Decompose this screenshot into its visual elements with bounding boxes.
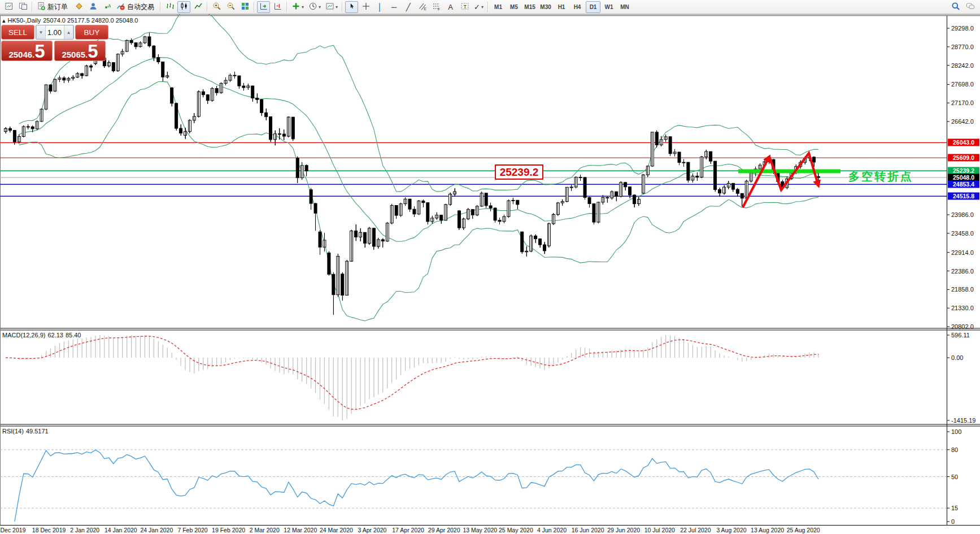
volume-increase-button[interactable]: ▲ (64, 25, 73, 39)
tf-button-m15[interactable]: M15 (522, 1, 537, 13)
zoom-out-button[interactable] (224, 1, 237, 13)
collapse-icon[interactable]: ▴ (2, 17, 6, 24)
date-label: 4 Jun 2020 (537, 527, 567, 533)
vertical-line-button[interactable]: │ (373, 1, 386, 13)
indicators-icon (291, 2, 300, 12)
buy-price[interactable]: 25065.5 (54, 41, 106, 61)
sell-price-main: 25046. (8, 50, 34, 59)
tf-button-h1[interactable]: H1 (554, 1, 569, 13)
date-label: 29 Jun 2020 (607, 527, 640, 533)
date-label: 18 Dec 2019 (32, 527, 66, 533)
metaeditor-icon (75, 2, 84, 12)
trendline-button[interactable]: ╱ (402, 1, 415, 13)
autotrading-icon (116, 2, 125, 12)
cursor-button[interactable] (345, 1, 358, 13)
chart-canvas[interactable] (0, 0, 980, 534)
price-badge: 26043.0 (948, 139, 979, 146)
volume-stepper: ▼ 1.00 ▲ (36, 25, 74, 40)
date-label: 3 Aug 2020 (716, 527, 746, 533)
rsi-axis-label: 50 (951, 474, 958, 480)
price-badge: 24515.8 (948, 193, 979, 200)
chart-shift-button[interactable] (271, 1, 284, 13)
templates-button[interactable]: ▾ (324, 1, 339, 13)
date-label: 22 Jul 2020 (680, 527, 711, 533)
signals-icon (103, 2, 112, 12)
autotrading-button[interactable]: 自动交易 (115, 1, 158, 13)
price-annotation-label[interactable]: 25239.2 (495, 164, 543, 180)
arrows-dropdown-icon[interactable]: ▾ (481, 5, 484, 10)
tf-button-m30[interactable]: M30 (538, 1, 553, 13)
arrows-icon: ✓ (474, 3, 480, 11)
cursor-icon (349, 2, 355, 12)
indicators-dropdown-icon[interactable]: ▾ (302, 5, 304, 10)
sell-price-pip: 5 (34, 44, 45, 59)
chart-candles-button[interactable] (177, 1, 190, 13)
horizontal-line-icon: ─ (391, 3, 397, 11)
date-label: 2 Jan 2020 (70, 527, 99, 533)
horizontal-line-button[interactable]: ─ (387, 1, 400, 13)
price-axis-label: 22386.0 (951, 268, 974, 275)
chat-button[interactable] (964, 1, 977, 13)
sell-price[interactable]: 25046.5 (1, 41, 53, 61)
sell-button[interactable]: SELL (1, 25, 34, 40)
tf-button-mn[interactable]: MN (617, 1, 632, 13)
tile-windows-button[interactable] (238, 1, 251, 13)
date-label: 2 Mar 2020 (250, 527, 280, 533)
chart-candles-icon (180, 2, 189, 12)
text-label-icon: T (460, 2, 469, 12)
new-chart-button[interactable] (2, 1, 15, 13)
tf-button-m5[interactable]: M5 (507, 1, 521, 13)
vertical-line-icon: │ (377, 3, 382, 11)
volume-decrease-button[interactable]: ▼ (36, 25, 46, 39)
search-button[interactable] (949, 1, 962, 13)
tf-button-d1[interactable]: D1 (586, 1, 600, 13)
chat-icon (965, 2, 975, 12)
zoom-out-icon (227, 2, 236, 12)
toolbar: 新订单自动交易▾▾▾│─╱EFAT✓▾M1M5M15M30H1H4D1W1MN (0, 0, 980, 14)
community-button[interactable] (86, 1, 99, 13)
macd-axis-label: 0.00 (951, 354, 963, 361)
mt4-window: 新订单自动交易▾▾▾│─╱EFAT✓▾M1M5M15M30H1H4D1W1MN … (0, 0, 980, 534)
metaeditor-button[interactable] (72, 1, 85, 13)
auto-scroll-icon (259, 2, 268, 12)
periods-dropdown-icon[interactable]: ▾ (319, 5, 321, 10)
signals-button[interactable] (101, 1, 114, 13)
candles (5, 33, 820, 315)
fibonacci-button[interactable]: F (430, 1, 443, 13)
text-button[interactable]: A (444, 1, 457, 13)
buy-button[interactable]: BUY (75, 25, 108, 40)
auto-scroll-button[interactable] (257, 1, 270, 13)
volume-input[interactable]: 1.00 (46, 25, 64, 39)
support-zone-bar[interactable] (738, 170, 840, 173)
toolbar-separator (207, 2, 208, 12)
date-label: 19 Feb 2020 (212, 527, 245, 533)
chart-bars-button[interactable] (163, 1, 176, 13)
new-order-button[interactable]: 新订单 (35, 1, 71, 13)
note-text-annotation[interactable]: 多空转折点 (848, 169, 913, 184)
price-axis-label: 28770.0 (951, 44, 974, 50)
profiles-button[interactable] (16, 1, 29, 13)
rsi-axis-label: 15 (951, 505, 958, 511)
crosshair-button[interactable] (359, 1, 372, 13)
crosshair-icon (361, 2, 371, 12)
zoom-in-button[interactable] (210, 1, 223, 13)
tf-button-h4[interactable]: H4 (570, 1, 585, 13)
price-axis-label: 20802.0 (951, 323, 974, 330)
tf-button-m1[interactable]: M1 (491, 1, 506, 13)
price-badge: 25048.0 (948, 174, 979, 181)
templates-dropdown-icon[interactable]: ▾ (336, 5, 338, 10)
periods-button[interactable]: ▾ (307, 1, 323, 13)
ohlc-values: 25074.0 25177.5 24820.0 25048.0 (43, 17, 138, 24)
price-badge: 24853.4 (948, 181, 979, 188)
date-label: Dec 2019 (1, 527, 26, 533)
date-label: 25 Aug 2020 (787, 527, 820, 533)
equidistant-channel-icon: E (418, 2, 427, 12)
indicators-button[interactable]: ▾ (290, 1, 306, 13)
text-label-button[interactable]: T (458, 1, 471, 13)
equidistant-channel-button[interactable]: E (416, 1, 429, 13)
tf-button-w1[interactable]: W1 (602, 1, 616, 13)
arrows-button[interactable]: ✓▾ (472, 1, 485, 13)
date-label: 12 Mar 2020 (284, 527, 317, 533)
svg-text:E: E (424, 6, 426, 10)
chart-line-button[interactable] (191, 1, 204, 13)
